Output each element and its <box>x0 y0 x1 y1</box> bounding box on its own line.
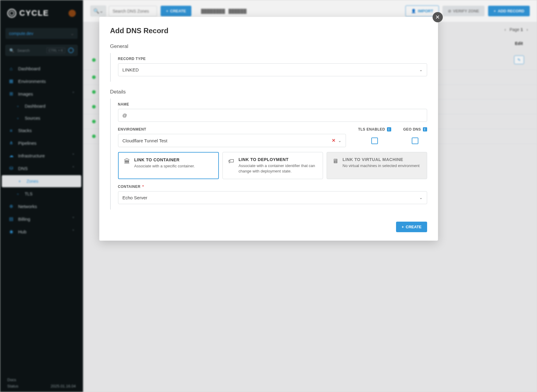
container-label: CONTAINER * <box>118 185 427 189</box>
add-dns-record-modal: ✕ Add DNS Record General RECORD TYPE LIN… <box>99 17 438 241</box>
general-section-title: General <box>110 43 427 49</box>
link-option-link-to-virtual-machine: 🖥LINK TO VIRTUAL MACHINENo virtual machi… <box>327 152 427 179</box>
name-input[interactable]: @ <box>118 109 427 122</box>
tls-enabled-checkbox[interactable] <box>371 138 378 144</box>
record-type-select[interactable]: LINKED ⌄ <box>118 63 427 76</box>
record-type-value: LINKED <box>123 67 139 72</box>
clear-icon[interactable]: ✕ <box>332 138 336 143</box>
environment-value: Cloudflare Tunnel Test <box>123 138 168 143</box>
close-button[interactable]: ✕ <box>433 12 443 22</box>
link-options: 🏛LINK TO CONTAINERAssociate with a speci… <box>118 152 427 179</box>
name-label: NAME <box>118 102 427 106</box>
name-value: @ <box>123 113 127 118</box>
modal-title: Add DNS Record <box>110 27 427 35</box>
chevron-down-icon: ⌄ <box>419 68 423 72</box>
details-section-title: Details <box>110 89 427 95</box>
environment-select[interactable]: Cloudflare Tunnel Test ✕⌄ <box>118 134 346 147</box>
create-record-button[interactable]: + CREATE <box>396 222 427 232</box>
link-option-icon: 🏷 <box>228 158 234 165</box>
modal-overlay: ✕ Add DNS Record General RECORD TYPE LIN… <box>0 0 537 392</box>
container-value: Echo Server <box>123 195 148 200</box>
record-type-label: RECORD TYPE <box>118 57 427 61</box>
tls-enabled-label: TLS ENABLEDi <box>358 127 391 131</box>
chevron-down-icon: ⌄ <box>338 138 341 143</box>
environment-label: ENVIRONMENT <box>118 127 346 131</box>
container-select[interactable]: Echo Server ⌄ <box>118 191 427 204</box>
info-icon[interactable]: i <box>423 127 427 131</box>
info-icon[interactable]: i <box>387 127 391 131</box>
link-option-icon: 🖥 <box>332 158 338 165</box>
link-option-icon: 🏛 <box>124 158 130 165</box>
geo-dns-label: GEO DNSi <box>403 127 427 131</box>
link-option-link-to-container[interactable]: 🏛LINK TO CONTAINERAssociate with a speci… <box>118 152 219 179</box>
geo-dns-checkbox[interactable] <box>412 138 418 144</box>
link-option-link-to-deployment[interactable]: 🏷LINK TO DEPLOYMENTAssociate with a cont… <box>222 152 323 179</box>
chevron-down-icon: ⌄ <box>419 195 423 200</box>
